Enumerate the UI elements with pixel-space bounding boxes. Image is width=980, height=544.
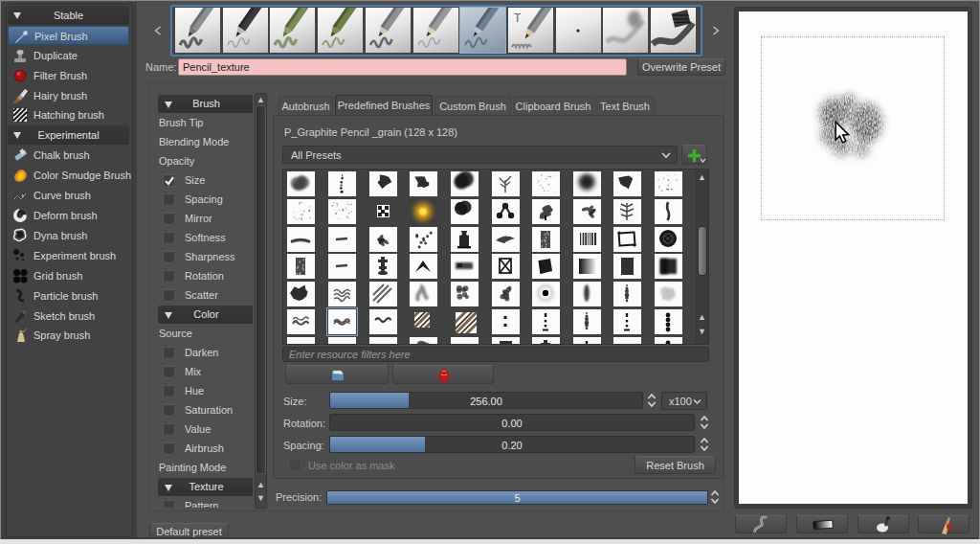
svg-text:T: T [514, 11, 522, 25]
